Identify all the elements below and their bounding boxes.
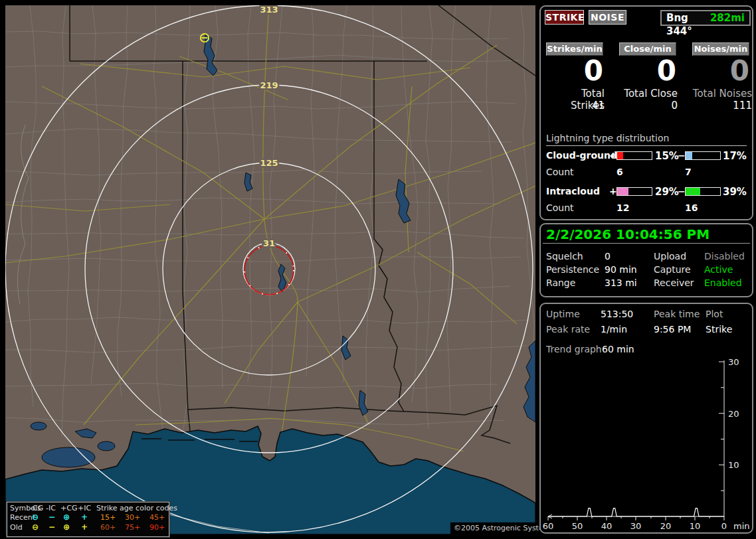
squelch-value: 0 [605, 251, 611, 262]
total-noises-value: 111 [692, 100, 752, 112]
legend-neg-ic-header: -IC [46, 504, 56, 512]
trend-axes [548, 360, 724, 520]
age-code-30: 30+ [125, 513, 140, 522]
legend-old-label: Old [10, 523, 23, 532]
upload-label: Upload [654, 251, 686, 262]
bearing-distance: 282mi [710, 11, 745, 25]
cloud-ground-neg-bar [685, 151, 721, 160]
plus-icon: + [81, 512, 88, 522]
count-label: Count [546, 202, 574, 213]
age-code-60: 60+ [100, 523, 116, 532]
intracloud-pos-count: 12 [616, 202, 629, 213]
svg-text:20: 20 [660, 521, 672, 531]
noise-toggle-button[interactable]: NOISE [589, 10, 626, 25]
intracloud-label: Intracloud [546, 186, 600, 196]
peak-rate-label: Peak rate [546, 324, 590, 335]
age-code-45: 45+ [149, 513, 165, 522]
nexstorm-app-window: { "toolbar": { "strike_label": "STRIKE",… [0, 0, 756, 539]
circle-plus-icon: ⊕ [63, 522, 70, 532]
cloud-ground-neg-percent: 17% [723, 150, 747, 162]
svg-text:0: 0 [721, 521, 727, 531]
intracloud-neg-percent: 39% [723, 186, 747, 198]
age-code-75: 75+ [125, 523, 140, 532]
noises-per-min-header: Noises/min [692, 42, 749, 56]
trend-panel: Uptime 513:50 Peak time Plot Peak rate 1… [539, 303, 753, 534]
symbols-legend: Symbols -CG -IC +CG +IC Strike age color… [7, 502, 169, 537]
ring-label-125: 125 [260, 158, 278, 168]
svg-text:10: 10 [728, 460, 739, 470]
close-per-min-header: Close/min [619, 42, 676, 56]
count-label: Count [546, 167, 574, 177]
uptime-label: Uptime [546, 309, 580, 319]
legend-age-title: Strike age color codes [96, 504, 177, 512]
total-close-label: Total Close [619, 88, 678, 100]
divider [543, 243, 750, 244]
circle-plus-icon: ⊕ [63, 512, 70, 522]
strikes-per-min-value: 0 [546, 57, 603, 85]
strike-toggle-button[interactable]: STRIKE [545, 10, 584, 25]
cloud-ground-label: Cloud-ground [546, 150, 617, 161]
receiver-value: Enabled [704, 277, 742, 288]
svg-text:50: 50 [572, 521, 583, 531]
lightning-map[interactable]: 313 219 125 31 [5, 5, 535, 534]
minus-sign: − [678, 186, 686, 196]
svg-text:30: 30 [630, 521, 642, 531]
cloud-ground-neg-count: 7 [685, 167, 692, 177]
strike-rate-series [548, 508, 724, 516]
minus-icon: − [48, 512, 55, 522]
persistence-value: 90 min [605, 264, 637, 275]
peak-time-value: 9:56 PM [654, 324, 691, 335]
bar-fill [617, 152, 623, 159]
status-panel: 2/2/2026 10:04:56 PM Squelch 0 Persisten… [539, 223, 753, 297]
noises-per-min-value: 0 [692, 57, 749, 85]
intracloud-neg-bar [685, 187, 721, 196]
plus-sign: + [609, 150, 617, 161]
cloud-ground-pos-percent: 15% [655, 150, 679, 162]
age-code-15: 15+ [100, 513, 116, 522]
ring-label-219: 219 [260, 80, 278, 90]
legend-neg-cg-header: -CG [30, 504, 43, 512]
minus-sign: − [678, 150, 686, 161]
range-value: 313 mi [605, 277, 637, 288]
bar-fill [617, 188, 628, 195]
circle-minus-icon: ⊖ [32, 512, 39, 522]
datetime-display: 2/2/2026 10:04:56 PM [546, 226, 709, 242]
svg-text:20: 20 [728, 409, 739, 419]
legend-pos-cg-header: +CG [60, 504, 77, 512]
intracloud-neg-count: 16 [685, 202, 698, 213]
age-code-90: 90+ [149, 523, 165, 532]
legend-pos-ic-header: +IC [78, 504, 91, 512]
bar-fill [686, 188, 700, 195]
uptime-value: 513:50 [601, 309, 633, 319]
capture-value: Active [704, 264, 733, 275]
counters-panel: STRIKE NOISE Bng 344° 282mi Strikes/min … [539, 5, 753, 220]
close-per-min-value: 0 [619, 57, 676, 85]
svg-text:30: 30 [728, 357, 739, 367]
total-strikes-value: 41 [546, 100, 605, 112]
strikes-per-min-header: Strikes/min [546, 42, 603, 56]
peak-rate-value: 1/min [601, 324, 627, 335]
upload-value: Disabled [704, 251, 745, 262]
trend-axis-labels: 30 20 10 60 50 40 30 20 10 0 min [543, 357, 750, 531]
peak-time-label: Peak time [654, 309, 700, 319]
ring-label-313: 313 [260, 5, 278, 15]
svg-text:10: 10 [690, 521, 701, 531]
trend-graph-label: Trend graph [546, 344, 602, 354]
cloud-ground-pos-count: 6 [616, 167, 623, 177]
minus-icon: − [48, 522, 55, 532]
ring-label-31: 31 [263, 238, 275, 248]
svg-text:60: 60 [543, 521, 554, 531]
bar-fill [686, 152, 692, 159]
plot-label: Plot [706, 309, 723, 319]
bearing-value: Bng 344° [666, 11, 710, 25]
squelch-label: Squelch [546, 251, 583, 262]
total-noises-label: Total Noises [692, 88, 752, 100]
trend-window-value: 60 min [602, 344, 634, 354]
distribution-title: Lightning type distribution [546, 133, 747, 146]
receiver-label: Receiver [654, 277, 694, 288]
trend-graph: 30 20 10 60 50 40 30 20 10 0 min [541, 357, 752, 532]
total-close-value: 0 [619, 100, 678, 112]
plus-sign: + [609, 186, 617, 196]
circle-minus-icon: ⊖ [32, 522, 39, 532]
bearing-readout: Bng 344° 282mi [660, 10, 751, 26]
